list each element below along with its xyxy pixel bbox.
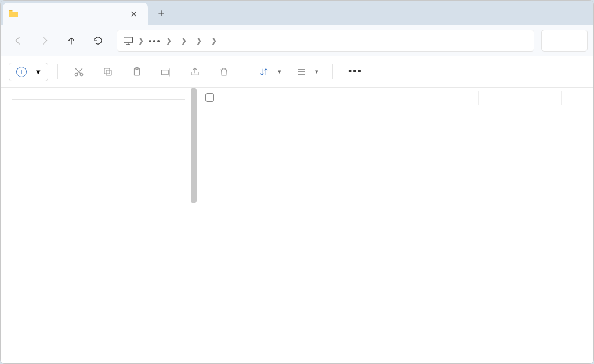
window-tab[interactable]: ✕	[3, 3, 148, 25]
file-list: ˆ	[197, 88, 593, 363]
more-button[interactable]: •••	[342, 65, 368, 78]
chevron-right-icon: ❯	[138, 37, 144, 45]
delete-button[interactable]	[212, 61, 236, 82]
monitor-icon	[123, 36, 133, 45]
folder-icon	[9, 9, 18, 19]
svg-rect-4	[104, 68, 110, 74]
forward-button[interactable]	[33, 29, 56, 52]
chevron-right-icon: ❯	[181, 37, 187, 45]
refresh-button[interactable]	[86, 29, 110, 52]
chevron-down-icon: ▾	[36, 67, 41, 77]
svg-rect-7	[162, 70, 169, 74]
close-tab-button[interactable]: ✕	[126, 8, 141, 21]
cut-button[interactable]	[67, 61, 90, 82]
new-button[interactable]: + ▾	[9, 63, 48, 81]
navbar: ❯ ••• ❯ ❯ ❯ ❯	[1, 25, 593, 56]
overflow-crumb[interactable]: •••	[148, 36, 161, 46]
sort-caret-icon: ˆ	[395, 88, 397, 93]
column-headers: ˆ	[197, 88, 593, 108]
back-button[interactable]	[6, 29, 30, 52]
sort-menu[interactable]: ▾	[255, 65, 286, 79]
view-icon	[296, 68, 306, 76]
svg-rect-3	[106, 70, 111, 75]
share-button[interactable]	[183, 61, 207, 82]
view-menu[interactable]: ▾	[292, 65, 323, 78]
sort-icon	[259, 67, 269, 77]
chevron-down-icon: ▾	[315, 68, 318, 75]
copy-button[interactable]	[96, 61, 119, 82]
titlebar: ✕ ＋	[1, 1, 593, 25]
plus-icon: +	[16, 67, 27, 77]
scrollbar[interactable]	[191, 88, 197, 203]
svg-rect-0	[124, 37, 133, 43]
select-all-checkbox[interactable]	[197, 93, 222, 102]
chevron-right-icon: ❯	[166, 37, 172, 45]
search-input[interactable]	[541, 30, 588, 52]
up-button[interactable]	[60, 29, 83, 52]
chevron-down-icon: ▾	[278, 68, 281, 75]
sidebar	[1, 88, 197, 363]
chevron-right-icon: ❯	[196, 37, 202, 45]
rename-button[interactable]	[154, 61, 178, 82]
address-bar[interactable]: ❯ ••• ❯ ❯ ❯ ❯	[117, 30, 534, 52]
divider	[245, 64, 245, 79]
new-tab-button[interactable]: ＋	[148, 6, 175, 20]
divider	[12, 99, 185, 100]
chevron-right-icon: ❯	[211, 37, 217, 45]
divider	[332, 64, 333, 79]
paste-button[interactable]	[125, 61, 148, 82]
toolbar: + ▾ ▾ ▾ •••	[1, 56, 593, 88]
divider	[57, 64, 58, 79]
